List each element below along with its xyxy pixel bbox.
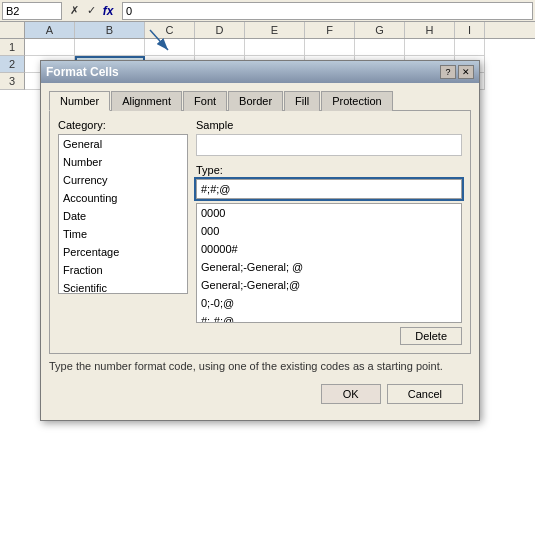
- cell-F1[interactable]: [305, 39, 355, 56]
- category-fraction[interactable]: Fraction: [59, 261, 187, 279]
- info-text: Type the number format code, using one o…: [49, 360, 471, 372]
- cell-reference-box[interactable]: [2, 2, 62, 20]
- type-input[interactable]: [196, 179, 462, 199]
- col-header-B[interactable]: B: [75, 22, 145, 38]
- tab-alignment[interactable]: Alignment: [111, 91, 182, 111]
- dialog-help-btn[interactable]: ?: [440, 65, 456, 79]
- sample-label: Sample: [196, 119, 462, 131]
- dialog-controls: ? ✕: [440, 65, 474, 79]
- format-panel: Sample Type: 0000 000 00000# General;-Ge…: [196, 119, 462, 345]
- dialog-close-btn[interactable]: ✕: [458, 65, 474, 79]
- format-list[interactable]: 0000 000 00000# General;-General; @ Gene…: [196, 203, 462, 323]
- type-label: Type:: [196, 164, 462, 176]
- col-header-I[interactable]: I: [455, 22, 485, 38]
- table-row: 1: [0, 39, 535, 56]
- dialog-content: Category: General Number Currency Accoun…: [49, 111, 471, 354]
- sample-display: [196, 134, 462, 156]
- dialog-body: Number Alignment Font Border Fill Protec…: [41, 83, 479, 420]
- col-header-D[interactable]: D: [195, 22, 245, 38]
- cell-B1[interactable]: [75, 39, 145, 56]
- cell-C1[interactable]: [145, 39, 195, 56]
- corner-spacer: [0, 22, 25, 38]
- tab-bar: Number Alignment Font Border Fill Protec…: [49, 91, 471, 111]
- tab-number[interactable]: Number: [49, 91, 110, 111]
- delete-row: Delete: [196, 327, 462, 345]
- cell-H1[interactable]: [405, 39, 455, 56]
- dialog-title: Format Cells: [46, 65, 119, 79]
- category-list[interactable]: General Number Currency Accounting Date …: [58, 134, 188, 294]
- dialog-footer: OK Cancel: [49, 380, 471, 412]
- category-accounting[interactable]: Accounting: [59, 189, 187, 207]
- cancel-button[interactable]: Cancel: [387, 384, 463, 404]
- format-cells-dialog: Format Cells ? ✕ Number Alignment Font B…: [40, 60, 480, 421]
- tab-font[interactable]: Font: [183, 91, 227, 111]
- spreadsheet: ✗ ✓ fx A B C D E F G H I 1: [0, 0, 535, 537]
- format-item[interactable]: 000: [197, 222, 461, 240]
- category-panel: Category: General Number Currency Accoun…: [58, 119, 188, 345]
- row-header-1[interactable]: 1: [0, 39, 25, 56]
- row-header-2[interactable]: 2: [0, 56, 25, 73]
- tab-fill[interactable]: Fill: [284, 91, 320, 111]
- confirm-formula-btn[interactable]: ✓: [83, 3, 99, 19]
- dialog-titlebar: Format Cells ? ✕: [41, 61, 479, 83]
- col-header-C[interactable]: C: [145, 22, 195, 38]
- format-item[interactable]: General;-General; @: [197, 258, 461, 276]
- category-number[interactable]: Number: [59, 153, 187, 171]
- cell-D1[interactable]: [195, 39, 245, 56]
- category-scientific[interactable]: Scientific: [59, 279, 187, 294]
- ok-button[interactable]: OK: [321, 384, 381, 404]
- tab-protection[interactable]: Protection: [321, 91, 393, 111]
- cell-I1[interactable]: [455, 39, 485, 56]
- format-item[interactable]: 00000#: [197, 240, 461, 258]
- cell-A1[interactable]: [25, 39, 75, 56]
- category-percentage[interactable]: Percentage: [59, 243, 187, 261]
- delete-button[interactable]: Delete: [400, 327, 462, 345]
- tab-border[interactable]: Border: [228, 91, 283, 111]
- format-item[interactable]: 0000: [197, 204, 461, 222]
- col-header-H[interactable]: H: [405, 22, 455, 38]
- col-header-F[interactable]: F: [305, 22, 355, 38]
- column-headers: A B C D E F G H I: [0, 22, 535, 39]
- formula-input[interactable]: [122, 2, 533, 20]
- cell-E1[interactable]: [245, 39, 305, 56]
- category-label: Category:: [58, 119, 188, 131]
- insert-function-btn[interactable]: fx: [100, 3, 116, 19]
- col-header-E[interactable]: E: [245, 22, 305, 38]
- format-item[interactable]: 0;-0;@: [197, 294, 461, 312]
- category-time[interactable]: Time: [59, 225, 187, 243]
- col-header-G[interactable]: G: [355, 22, 405, 38]
- category-currency[interactable]: Currency: [59, 171, 187, 189]
- format-item[interactable]: #;-#;@: [197, 312, 461, 323]
- cancel-formula-btn[interactable]: ✗: [66, 3, 82, 19]
- category-general[interactable]: General: [59, 135, 187, 153]
- formula-bar: ✗ ✓ fx: [0, 0, 535, 22]
- format-item[interactable]: General;-General;@: [197, 276, 461, 294]
- category-date[interactable]: Date: [59, 207, 187, 225]
- col-header-A[interactable]: A: [25, 22, 75, 38]
- cell-G1[interactable]: [355, 39, 405, 56]
